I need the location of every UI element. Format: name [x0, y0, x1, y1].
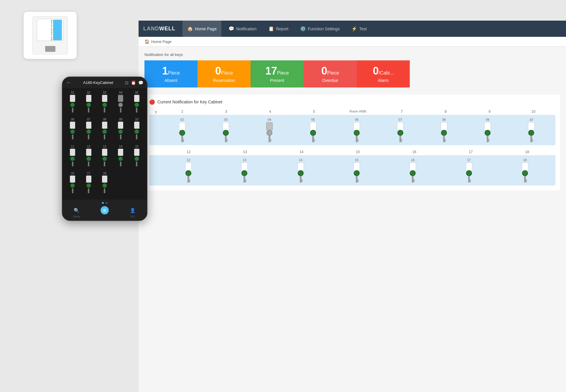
- stat-present-label: Present: [256, 78, 298, 83]
- key-slot-05[interactable]: 05: [291, 118, 335, 142]
- tablet-ring-01: [70, 102, 75, 107]
- nav-report[interactable]: 📋 Report: [264, 21, 293, 37]
- stat-reservation[interactable]: 0Piece Reservation: [198, 60, 251, 87]
- nav-report-label: Report: [276, 27, 288, 31]
- tablet-slot-06[interactable]: 06: [65, 118, 80, 143]
- device-dot-7: [51, 30, 52, 32]
- tablet-fob-10: [134, 122, 139, 129]
- tablet-slot-13[interactable]: 13: [98, 145, 112, 170]
- tablet-slot-01[interactable]: 01: [65, 91, 80, 116]
- col-header-2: 2: [160, 110, 204, 114]
- tablet-slot-03[interactable]: 03: [98, 91, 112, 116]
- tablet-fullscreen-icon[interactable]: ⊡: [125, 80, 129, 85]
- tablet-slot-08[interactable]: 08: [98, 118, 112, 143]
- tablet-slot-05[interactable]: 05: [130, 91, 144, 116]
- key-slot-16[interactable]: 16: [385, 158, 441, 183]
- device-dot-8: [51, 32, 52, 33]
- key-slot-09[interactable]: 09: [466, 118, 509, 142]
- tablet-footer: 🔍 Query ⊞ 👤 MY: [62, 200, 147, 220]
- tablet-slot-16[interactable]: 16: [65, 172, 80, 197]
- tablet-slot-10[interactable]: 10: [130, 118, 144, 143]
- key-slot-08[interactable]: 08: [422, 118, 466, 142]
- key-slot-06[interactable]: 06: [335, 118, 379, 142]
- key-slot-07[interactable]: 07: [379, 118, 422, 142]
- nav-function-settings[interactable]: ⚙️ Function Settings: [295, 21, 344, 37]
- nav-test-label: Test: [359, 27, 367, 31]
- key-fob-10: [528, 122, 534, 130]
- stat-present-number: 17Piece: [256, 65, 298, 77]
- col-header-18: 18: [499, 150, 555, 154]
- device-dot-12: [51, 39, 52, 40]
- tablet-slot-num-07: 07: [87, 118, 90, 121]
- key-slot-12[interactable]: 12: [160, 158, 216, 183]
- tablet-fob-04: [118, 95, 123, 102]
- tablet-shaft-06: [72, 135, 73, 139]
- key-slot-17[interactable]: 17: [441, 158, 497, 183]
- key-fob-08: [441, 122, 447, 130]
- stat-present-unit: Piece: [277, 70, 289, 75]
- col-header-13: 13: [217, 150, 273, 154]
- notification-icon: 💬: [228, 26, 234, 32]
- stat-alarm[interactable]: 0/Cabi... Alarm: [357, 60, 410, 87]
- brand-logo: LANDWELL: [143, 26, 175, 32]
- tablet-slot-17[interactable]: 17: [81, 172, 96, 197]
- tablet-slot-12[interactable]: 12: [81, 145, 96, 170]
- slot-label-17: 17: [467, 158, 470, 162]
- device-dot-5: [51, 27, 52, 28]
- tablet-nav-home[interactable]: ⊞: [101, 206, 109, 218]
- tablet-nav-my[interactable]: 👤 MY: [129, 206, 137, 218]
- nav-home[interactable]: 🏠 Home Page: [182, 21, 221, 37]
- tablet-slot-num-06: 06: [71, 118, 74, 121]
- device-slot: [45, 46, 55, 52]
- tablet-slot-num-16: 16: [71, 172, 74, 175]
- key-fob-09: [484, 122, 491, 130]
- tablet-slot-num-03: 03: [103, 91, 106, 94]
- device-dot-6: [51, 29, 52, 30]
- tablet-clock-icon[interactable]: ⏰: [131, 80, 136, 85]
- key-slot-15[interactable]: 15: [329, 158, 385, 183]
- tablet-slot-04[interactable]: 04: [113, 91, 128, 116]
- tablet-back-button[interactable]: ←: [66, 80, 71, 86]
- tablet-shaft-18: [104, 188, 105, 193]
- key-slot-10[interactable]: 10: [509, 118, 553, 142]
- tablet-shaft-13: [104, 162, 105, 166]
- tablet-nav-query[interactable]: 🔍 Query: [73, 206, 81, 218]
- stat-present[interactable]: 17Piece Present: [251, 60, 304, 87]
- tablet-slot-07[interactable]: 07: [81, 118, 96, 143]
- tablet-slot-18[interactable]: 18: [98, 172, 112, 197]
- key-body-16: [409, 163, 416, 183]
- key-fob-06: [353, 122, 360, 130]
- tablet-shaft-15: [136, 162, 137, 166]
- tablet-slot-num-11: 11: [71, 145, 74, 148]
- slot-label-18: 18: [523, 158, 527, 162]
- tablet-slot-14[interactable]: 14: [113, 145, 128, 170]
- stat-absent-unit: Piece: [168, 70, 180, 75]
- key-slot-13[interactable]: 13: [216, 158, 272, 183]
- tablet-slot-09[interactable]: 09: [113, 118, 128, 143]
- key-bottom-16: [412, 176, 414, 183]
- stat-absent[interactable]: 1Piece Absent: [144, 60, 198, 87]
- key-slot-02[interactable]: 02: [160, 118, 204, 142]
- nav-notification[interactable]: 💬 Notification: [224, 21, 261, 37]
- key-body-03: [223, 122, 229, 142]
- key-slot-04[interactable]: 04: [248, 118, 291, 142]
- key-circle-09: [485, 130, 491, 136]
- col-header-9: 9: [468, 110, 511, 114]
- key-circle-03: [223, 130, 229, 136]
- slot-label-16: 16: [411, 158, 414, 162]
- stat-overdue[interactable]: 0Piece Overdue: [304, 60, 357, 87]
- navbar: LANDWELL 🏠 Home Page 💬 Notification 📋 Re…: [139, 21, 566, 37]
- tablet-message-icon[interactable]: 💬: [138, 80, 143, 85]
- tablet-slot-02[interactable]: 02: [81, 91, 96, 116]
- tablet-fob-14: [118, 149, 123, 156]
- col-header-y: y: [152, 110, 160, 114]
- tablet-slot-11[interactable]: 11: [65, 145, 80, 170]
- tablet-slot-15[interactable]: 15: [130, 145, 144, 170]
- nav-test[interactable]: ⚡ Test: [347, 21, 371, 37]
- key-slot-14[interactable]: 14: [273, 158, 329, 183]
- key-bottom-10: [530, 136, 532, 142]
- stat-reservation-label: Reservation: [203, 78, 245, 83]
- key-slot-03[interactable]: 03: [204, 118, 248, 142]
- key-slot-18[interactable]: 18: [497, 158, 553, 183]
- device-dot-10: [51, 36, 52, 37]
